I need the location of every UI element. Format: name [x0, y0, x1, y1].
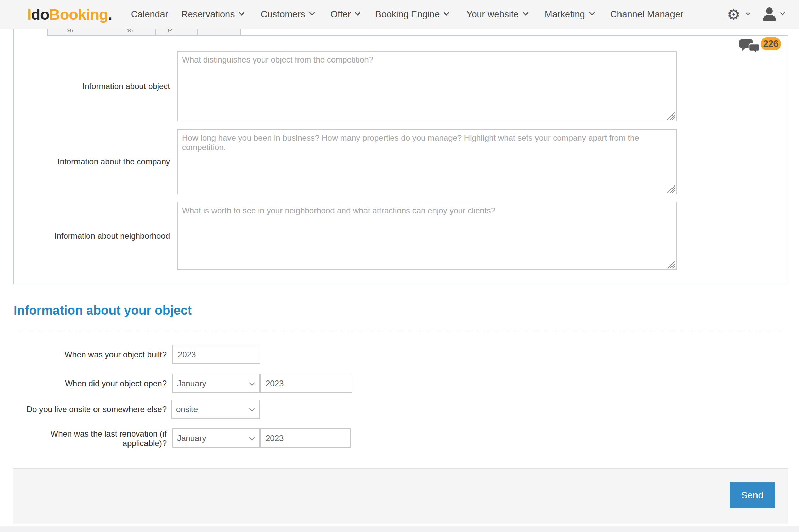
- page: IdoBooking. Calendar Reservations Custom…: [0, 0, 799, 532]
- object-open-month-select[interactable]: January: [172, 374, 260, 393]
- textarea-wrap: [177, 129, 677, 194]
- page-section-title: Information about your object: [14, 303, 192, 318]
- textarea-wrap: [177, 51, 677, 121]
- nav-item-label: Marketing: [545, 9, 585, 20]
- nav-item-label: Booking Engine: [375, 9, 440, 20]
- send-button[interactable]: Send: [730, 482, 775, 508]
- nav-item-label: Customers: [261, 9, 305, 20]
- live-onsite-select[interactable]: onsite: [171, 400, 260, 419]
- nav-item-customers[interactable]: Customers: [261, 0, 314, 29]
- nav-item-label: Offer: [330, 9, 351, 20]
- renovation-year-input[interactable]: [260, 428, 351, 448]
- account-menu[interactable]: [763, 0, 784, 29]
- nav-item-calendar[interactable]: Calendar: [131, 0, 168, 29]
- field-label-object-open: When did your object open?: [0, 374, 167, 393]
- nav-item-marketing[interactable]: Marketing: [545, 0, 594, 29]
- live-onsite-select-wrap: onsite: [171, 400, 260, 419]
- logo-part: do: [31, 6, 49, 23]
- nav-item-label: Calendar: [131, 9, 168, 20]
- notification-count-badge[interactable]: 226: [761, 37, 781, 50]
- field-label-information-about-company: Information about the company: [14, 129, 170, 194]
- field-label-information-about-neighborhood: Information about neighborhood: [14, 202, 170, 270]
- information-about-neighborhood-textarea[interactable]: [177, 202, 677, 270]
- form-panel: 226 Information about object Information…: [13, 35, 788, 284]
- field-label-live-onsite: Do you live onsite or somewhere else?: [0, 400, 167, 419]
- nav-item-label: Channel Manager: [610, 9, 683, 20]
- tab-clipped[interactable]: [198, 29, 241, 35]
- gear-icon: ⚙: [727, 7, 740, 22]
- chevron-down-icon: [309, 10, 315, 15]
- tab-label-fragment: g,: [67, 29, 74, 33]
- chevron-down-icon: [746, 10, 750, 15]
- renovation-month-select[interactable]: January: [172, 428, 260, 448]
- tab-active-clipped[interactable]: [13, 29, 48, 36]
- nav-item-booking-engine[interactable]: Booking Engine: [375, 0, 448, 29]
- chevron-down-icon: [355, 10, 360, 15]
- chevron-down-icon: [523, 10, 528, 15]
- chevron-down-icon: [780, 10, 785, 15]
- chevron-down-icon: [444, 10, 449, 15]
- nav-item-reservations[interactable]: Reservations: [181, 0, 244, 29]
- object-open-year-input[interactable]: [260, 374, 352, 393]
- logo-part: .: [108, 6, 112, 23]
- divider: [14, 330, 785, 330]
- user-icon: [763, 7, 776, 22]
- settings-menu[interactable]: ⚙: [727, 0, 750, 29]
- logo-part: I: [27, 6, 31, 23]
- chevron-down-icon: [239, 10, 244, 15]
- information-about-company-textarea[interactable]: [177, 129, 677, 194]
- logo-part: Booking: [49, 6, 108, 23]
- object-open-month-select-wrap: January: [172, 374, 260, 393]
- tab-label-fragment: g,: [127, 29, 134, 33]
- chat-icon: [739, 39, 761, 54]
- footer-bar: Send: [13, 468, 788, 524]
- top-nav: IdoBooking. Calendar Reservations Custom…: [0, 0, 799, 29]
- tab-clipped[interactable]: g, g,: [48, 29, 156, 35]
- nav-item-offer[interactable]: Offer: [330, 0, 360, 29]
- nav-item-channel-manager[interactable]: Channel Manager: [610, 0, 683, 29]
- field-label-object-built: When was your object built?: [0, 345, 167, 364]
- tab-label-fragment: p: [168, 29, 172, 33]
- logo[interactable]: IdoBooking.: [27, 0, 112, 29]
- field-label-information-about-object: Information about object: [14, 51, 170, 121]
- tab-clipped[interactable]: p: [156, 29, 198, 35]
- renovation-month-select-wrap: January: [172, 428, 260, 448]
- bottom-strip: [0, 526, 799, 532]
- field-label-last-renovation: When was the last renovation (if applica…: [0, 428, 167, 448]
- nav-item-label: Reservations: [181, 9, 235, 20]
- object-built-year-input[interactable]: [172, 345, 260, 364]
- textarea-wrap: [177, 202, 677, 270]
- nav-item-your-website[interactable]: Your website: [466, 0, 528, 29]
- messages-button[interactable]: [739, 39, 761, 56]
- information-about-object-textarea[interactable]: [177, 51, 677, 121]
- nav-item-label: Your website: [466, 9, 519, 20]
- chevron-down-icon: [589, 10, 595, 15]
